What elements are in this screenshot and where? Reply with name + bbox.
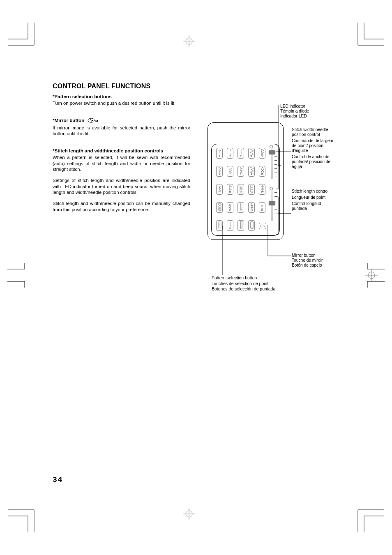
section-body-pattern: Turn on power switch and push a desired … xyxy=(53,100,190,106)
svg-point-7 xyxy=(219,188,220,189)
svg-point-15 xyxy=(263,226,263,226)
annot-led: LED indicator Témoin a diode Indicador L… xyxy=(280,104,309,119)
annot-length: Stitch length control Longueur de point … xyxy=(292,189,333,211)
pattern-button-19[interactable]: 19 xyxy=(248,202,255,213)
pattern-button-15[interactable]: 15 xyxy=(259,184,265,195)
section-heading-mirror: *Mirror button M xyxy=(53,117,190,124)
section-body-stitch-3: Stitch length and width/needle position … xyxy=(53,200,190,212)
pattern-button-3[interactable]: 3 xyxy=(238,148,244,159)
pattern-button-8[interactable]: 8 xyxy=(238,166,244,177)
pattern-button-18[interactable]: 18 xyxy=(238,202,244,213)
svg-point-6 xyxy=(219,150,221,151)
svg-point-4 xyxy=(92,120,92,120)
pattern-button-11[interactable]: 11 xyxy=(216,184,223,195)
pattern-button-21[interactable]: 21 xyxy=(216,220,223,231)
pattern-button-1[interactable]: 1 xyxy=(216,148,223,159)
pattern-button-5[interactable]: 5 xyxy=(259,148,265,159)
pattern-button-24[interactable]: 24 xyxy=(248,220,255,231)
pattern-button-7[interactable]: 7 xyxy=(227,166,233,177)
pattern-button-12[interactable]: 12 xyxy=(227,184,233,195)
pattern-button-14[interactable]: 14 xyxy=(248,184,255,195)
annot-width: Stitch width/ needle position control Co… xyxy=(292,127,335,169)
pattern-button-4[interactable]: 4 xyxy=(248,148,255,159)
pattern-button-9[interactable]: 9 xyxy=(248,166,255,177)
pattern-button-10[interactable]: 10 xyxy=(259,166,265,177)
mirror-icon: M xyxy=(88,118,98,124)
registration-mark xyxy=(183,35,195,47)
svg-text:D: D xyxy=(261,205,263,207)
pattern-button-16[interactable]: 16 xyxy=(216,202,223,213)
pattern-button-20[interactable]: DB20 xyxy=(259,202,265,213)
pattern-button-6[interactable]: 6 xyxy=(216,166,223,177)
page-title: CONTROL PANEL FUNCTIONS xyxy=(53,82,190,91)
mirror-button[interactable]: M xyxy=(259,223,266,229)
section-body-stitch-1: When a pattern is selected, it will be s… xyxy=(53,154,190,173)
section-heading-stitch: *Stitch length and width/needle position… xyxy=(53,147,190,154)
annot-pattern: Pattern selection button Touches de séle… xyxy=(212,275,275,292)
page-number: 34 xyxy=(53,476,63,484)
registration-mark xyxy=(183,508,195,520)
section-body-stitch-2: Settings of stitch length and width/need… xyxy=(53,177,190,196)
svg-text:M: M xyxy=(95,119,98,123)
text-column: CONTROL PANEL FUNCTIONS *Pattern selecti… xyxy=(53,82,190,223)
control-panel-diagram: 12345678910111213141516171819DB202122232… xyxy=(198,82,339,304)
registration-mark xyxy=(365,269,378,281)
section-heading-pattern: *Pattern selection buttons xyxy=(53,93,190,99)
pattern-button-13[interactable]: 13 xyxy=(238,184,244,195)
section-body-mirror: If mirror image is available for selecte… xyxy=(53,125,190,137)
svg-text:M: M xyxy=(264,226,265,228)
pattern-leader xyxy=(223,226,239,279)
annot-mirror: Mirror button Touche de miroir Botón de … xyxy=(292,253,323,268)
leader-lines xyxy=(268,105,293,261)
pattern-button-2[interactable]: 2 xyxy=(227,148,233,159)
pattern-button-17[interactable]: 17 xyxy=(227,202,233,213)
